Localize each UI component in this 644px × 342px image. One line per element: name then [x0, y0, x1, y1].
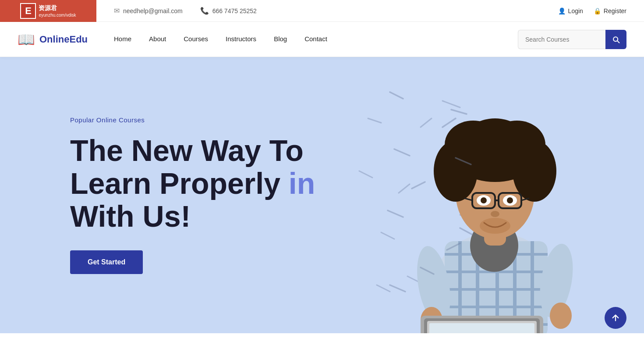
- search-button[interactable]: [605, 30, 626, 49]
- phone-text: 666 7475 25252: [212, 7, 257, 14]
- hero-section: Popular Online Courses The New Way To Le…: [0, 57, 644, 333]
- lock-icon: 🔒: [594, 7, 601, 14]
- svg-point-42: [507, 197, 513, 203]
- logo-text: OnlineEdu: [39, 34, 88, 45]
- hero-content: Popular Online Courses The New Way To Le…: [0, 116, 315, 274]
- svg-rect-52: [429, 323, 534, 333]
- email-icon: ✉: [114, 7, 120, 15]
- top-bar-auth: 👤 Login 🔒 Register: [558, 7, 626, 14]
- svg-point-43: [491, 211, 499, 217]
- hero-title-line3: With Us!: [70, 200, 191, 233]
- hero-person-image: [359, 57, 622, 333]
- nav-item-instructors[interactable]: Instructors: [226, 33, 256, 45]
- nav-item-blog[interactable]: Blog: [274, 33, 287, 45]
- email-text: needhelp@gmail.com: [123, 7, 183, 14]
- svg-point-40: [481, 197, 487, 203]
- watermark: E 资源君 eyunzhu.com/vdisk: [0, 0, 96, 22]
- watermark-letter: E: [20, 3, 36, 19]
- phone-contact: 📞 666 7475 25252: [200, 7, 257, 15]
- logo-icon: 📖: [18, 31, 35, 48]
- svg-point-33: [475, 121, 515, 160]
- svg-point-44: [480, 218, 510, 234]
- watermark-text: 资源君 eyunzhu.com/vdisk: [39, 4, 76, 18]
- hero-title-line1: The New Way To: [70, 134, 304, 167]
- nav-links: Home About Courses Instructors Blog Cont…: [114, 33, 518, 45]
- hero-subtitle: Popular Online Courses: [70, 116, 315, 124]
- nav-item-courses[interactable]: Courses: [184, 33, 208, 45]
- hero-title-line2-normal: Learn Properly: [70, 167, 280, 200]
- top-bar-content: ✉ needhelp@gmail.com 📞 666 7475 25252: [114, 7, 257, 15]
- person-svg: [359, 57, 622, 333]
- scroll-to-top-button[interactable]: [605, 307, 626, 329]
- nav-item-home[interactable]: Home: [114, 33, 131, 45]
- top-bar: E 资源君 eyunzhu.com/vdisk ✉ needhelp@gmail…: [0, 0, 644, 22]
- arrow-up-icon: [611, 313, 620, 323]
- search-input[interactable]: [518, 30, 605, 49]
- nav-bar: 📖 OnlineEdu Home About Courses Instructo…: [0, 22, 644, 57]
- nav-item-about[interactable]: About: [149, 33, 166, 45]
- login-link[interactable]: 👤 Login: [558, 7, 583, 14]
- hero-title-line2-accent: in: [280, 167, 315, 200]
- phone-icon: 📞: [200, 7, 209, 15]
- logo[interactable]: 📖 OnlineEdu: [18, 31, 88, 48]
- register-label: Register: [604, 7, 626, 14]
- email-contact: ✉ needhelp@gmail.com: [114, 7, 183, 15]
- search-icon: [612, 35, 620, 44]
- person-icon: 👤: [558, 7, 566, 14]
- svg-point-48: [550, 303, 572, 329]
- search-area: [518, 30, 626, 49]
- hero-title: The New Way To Learn Properly in With Us…: [70, 134, 315, 232]
- get-started-button[interactable]: Get Started: [70, 250, 143, 274]
- login-label: Login: [568, 7, 583, 14]
- nav-item-contact[interactable]: Contact: [304, 33, 327, 45]
- register-link[interactable]: 🔒 Register: [594, 7, 626, 14]
